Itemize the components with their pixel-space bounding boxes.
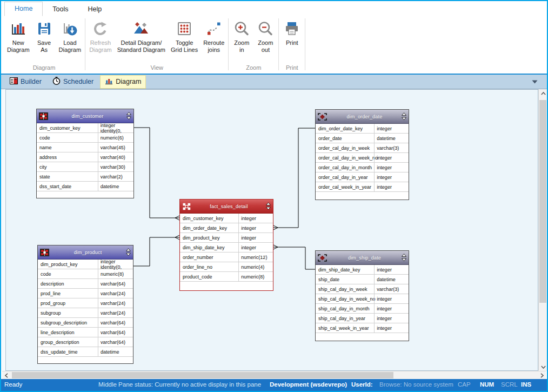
table-row[interactable]: dim_product_keyinteger identity(0, [38,260,133,269]
table-row[interactable]: codenumeric(6) [37,133,133,143]
scroll-left-icon[interactable] [2,371,10,380]
table-row[interactable]: namevarchar(45) [37,143,133,152]
crow-foot-icon [273,225,278,228]
horizontal-scroll-thumb[interactable] [12,372,393,378]
crow-foot-icon [273,245,278,247]
table-row[interactable]: order_datedatetime [316,134,409,143]
table-title: dim_customer [49,114,126,119]
status-caps-indicator: CAP [458,381,471,388]
column-name: dim_ship_date_key [180,243,238,252]
column-type: integer [374,124,409,133]
column-name: order_cal_week_in_year [316,182,374,191]
table-row[interactable]: dim_order_date_keyinteger [180,223,273,233]
table-dim_order_date[interactable]: dim_order_datedim_order_date_keyintegero… [315,109,409,200]
table-row[interactable]: ship_cal_day_in_week_nointeger [316,294,409,304]
table-row[interactable]: ship_cal_day_in_monthinteger [316,304,409,314]
table-row[interactable]: dim_ship_date_keyinteger [316,265,409,275]
column-name: ship_cal_day_in_week [316,284,374,294]
column-type: varchar(24) [98,298,133,308]
table-row[interactable]: order_numbernumeric(12) [180,253,273,262]
crow-foot-icon [273,228,278,230]
table-row[interactable]: order_cal_day_in_weekvarchar(3) [316,143,409,153]
table-row[interactable]: descriptionvarchar(64) [38,279,133,289]
table-row[interactable]: order_cal_day_in_week_nointeger [316,153,409,163]
table-row[interactable]: line_descriptionvarchar(64) [38,328,133,337]
status-bar: Ready Middle Pane status: Currently no a… [1,379,547,391]
table-row[interactable]: subgroup_descriptionvarchar(64) [38,318,133,328]
scroll-up-icon[interactable] [539,89,547,97]
scroll-down-icon[interactable] [539,363,547,371]
column-name: description [38,279,98,288]
column-name: group_description [38,337,98,347]
column-type: datetime [98,347,133,356]
table-row[interactable]: statevarchar(2) [37,172,133,182]
table-header[interactable]: dim_product [38,245,133,260]
column-type: varchar(40) [98,152,133,162]
column-name: name [37,143,98,152]
table-row[interactable]: ship_cal_day_in_weekvarchar(3) [316,284,409,294]
vertical-scrollbar[interactable] [538,89,547,371]
expand-collapse-arrows-icon[interactable] [126,112,131,120]
table-row[interactable]: prod_groupvarchar(24) [38,298,133,308]
column-type: integer identity(0, [98,123,133,132]
table-columns: dim_ship_date_keyintegership_datedatetim… [316,265,409,341]
table-fact_sales_detail[interactable]: fact_sales_detaildim_customer_keyinteger… [179,199,273,291]
column-type: varchar(64) [98,337,133,347]
column-type: datetime [374,275,409,284]
table-header[interactable]: dim_customer [37,109,133,123]
column-name: dss_update_time [38,347,98,356]
table-header[interactable]: dim_order_date [316,110,409,124]
column-type: numeric(4) [238,262,273,271]
status-ready: Ready [4,381,22,388]
table-row[interactable]: dss_update_timedatetime [38,347,133,357]
table-row[interactable]: dim_customer_keyinteger identity(0, [37,123,133,133]
table-row[interactable]: order_line_nonumeric(4) [180,262,273,272]
table-row[interactable]: dim_product_keyinteger [180,233,273,243]
table-title: dim_product [50,250,125,255]
column-type: integer [238,233,273,242]
column-name: order_line_no [180,262,238,271]
column-type: varchar(24) [98,289,133,298]
table-row[interactable]: order_cal_day_in_monthinteger [316,163,409,172]
scroll-right-icon[interactable] [538,371,546,380]
join-line [134,128,175,218]
expand-collapse-arrows-icon[interactable] [125,248,131,256]
column-name: order_cal_day_in_year [316,172,374,182]
date-dimension-table-icon [318,254,327,262]
table-row[interactable]: dss_start_datedatetime [37,182,133,191]
table-dim_ship_date[interactable]: dim_ship_datedim_ship_date_keyintegershi… [315,250,409,341]
table-row[interactable]: ship_cal_week_in_yearinteger [316,323,409,333]
column-type: integer [374,323,409,333]
table-row[interactable]: dim_order_date_keyinteger [316,124,409,134]
expand-collapse-arrows-icon[interactable] [265,202,271,210]
table-row[interactable]: order_cal_week_in_yearinteger [316,182,409,192]
table-row[interactable]: subgroupvarchar(24) [38,308,133,318]
table-row[interactable]: ship_datedatetime [316,275,409,284]
table-dim_product[interactable]: dim_productdim_product_keyinteger identi… [37,245,133,364]
table-dim_customer[interactable]: dim_customerdim_customer_keyinteger iden… [36,109,134,198]
status-repository: Development (wsdevrepo) [270,381,347,388]
join-line [278,128,315,228]
horizontal-scrollbar[interactable] [2,371,546,379]
table-header[interactable]: fact_sales_detail [180,200,273,214]
table-row[interactable]: dim_customer_keyinteger [180,214,273,223]
column-type: varchar(64) [98,318,133,327]
status-middle-pane: Middle Pane status: Currently no active … [98,381,261,388]
vertical-scroll-thumb[interactable] [539,100,546,303]
table-row[interactable]: dim_ship_date_keyinteger [180,243,273,253]
column-type: varchar(3) [374,143,409,152]
expand-collapse-arrows-icon[interactable] [401,112,406,121]
table-row[interactable]: product_codenumeric(8) [180,272,273,282]
table-row[interactable]: ship_cal_day_in_yearinteger [316,314,409,323]
table-row[interactable]: prod_linevarchar(24) [38,289,133,298]
table-row[interactable]: order_cal_day_in_yearinteger [316,172,409,182]
table-columns: dim_product_keyinteger identity(0,codenu… [38,260,133,363]
table-row[interactable]: cityvarchar(30) [37,162,133,172]
column-type: varchar(45) [98,143,133,152]
column-name: dim_customer_key [37,123,98,132]
table-header[interactable]: dim_ship_date [316,251,409,265]
table-row[interactable]: codenumeric(8) [38,269,133,279]
table-row[interactable]: addressvarchar(40) [37,152,133,162]
expand-collapse-arrows-icon[interactable] [401,254,406,262]
table-row[interactable]: group_descriptionvarchar(64) [38,337,133,347]
